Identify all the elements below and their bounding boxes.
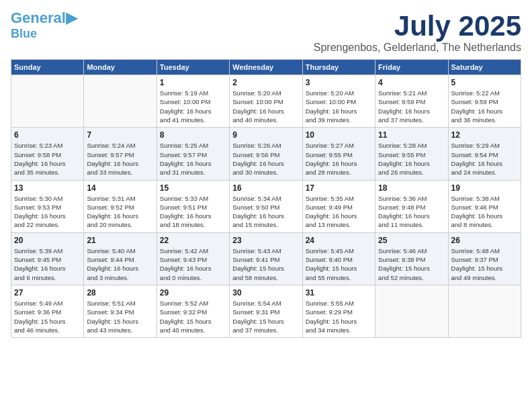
day-detail: Sunrise: 5:19 AM Sunset: 10:00 PM Daylig… [160,89,226,124]
day-number: 20 [14,236,81,245]
calendar-cell: 30Sunrise: 5:54 AM Sunset: 9:31 PM Dayli… [230,285,302,337]
calendar-table: SundayMondayTuesdayWednesdayThursdayFrid… [11,59,521,338]
day-number: 10 [306,130,372,140]
calendar-cell: 8Sunrise: 5:25 AM Sunset: 9:57 PM Daylig… [157,128,229,180]
column-header-tuesday: Tuesday [157,60,229,75]
day-detail: Sunrise: 5:51 AM Sunset: 9:34 PM Dayligh… [87,299,153,334]
day-number: 9 [232,130,299,140]
calendar-cell: 10Sunrise: 5:27 AM Sunset: 9:55 PM Dayli… [302,128,375,180]
calendar-week-row: 20Sunrise: 5:39 AM Sunset: 9:45 PM Dayli… [11,232,521,285]
calendar-cell [375,285,448,337]
calendar-cell: 17Sunrise: 5:35 AM Sunset: 9:49 PM Dayli… [302,180,375,232]
day-detail: Sunrise: 5:48 AM Sunset: 9:37 PM Dayligh… [451,246,518,282]
location-title: Sprengenbos, Gelderland, The Netherlands [314,42,521,54]
calendar-cell: 31Sunrise: 5:55 AM Sunset: 9:29 PM Dayli… [302,285,375,337]
column-header-monday: Monday [84,60,157,75]
day-detail: Sunrise: 5:42 AM Sunset: 9:43 PM Dayligh… [160,246,226,282]
calendar-cell: 13Sunrise: 5:30 AM Sunset: 9:53 PM Dayli… [11,180,84,232]
day-detail: Sunrise: 5:43 AM Sunset: 9:41 PM Dayligh… [232,246,299,282]
calendar-cell: 16Sunrise: 5:34 AM Sunset: 9:50 PM Dayli… [230,180,302,232]
page-header: General▶ Blue July 2025 Sprengenbos, Gel… [11,11,521,54]
month-title: July 2025 [314,11,521,42]
calendar-cell: 27Sunrise: 5:49 AM Sunset: 9:36 PM Dayli… [11,285,84,337]
calendar-cell: 21Sunrise: 5:40 AM Sunset: 9:44 PM Dayli… [84,232,157,285]
day-detail: Sunrise: 5:38 AM Sunset: 9:46 PM Dayligh… [451,194,518,230]
day-detail: Sunrise: 5:55 AM Sunset: 9:29 PM Dayligh… [306,299,372,334]
day-number: 3 [306,78,372,87]
day-detail: Sunrise: 5:31 AM Sunset: 9:52 PM Dayligh… [87,194,153,230]
calendar-week-row: 1Sunrise: 5:19 AM Sunset: 10:00 PM Dayli… [11,75,521,128]
day-number: 25 [378,236,445,245]
day-number: 15 [160,183,226,193]
calendar-cell: 7Sunrise: 5:24 AM Sunset: 9:57 PM Daylig… [84,128,157,180]
day-detail: Sunrise: 5:36 AM Sunset: 9:48 PM Dayligh… [378,194,445,230]
calendar-cell: 26Sunrise: 5:48 AM Sunset: 9:37 PM Dayli… [448,232,521,285]
calendar-cell: 3Sunrise: 5:20 AM Sunset: 10:00 PM Dayli… [302,75,375,128]
day-number: 22 [160,236,226,245]
day-number: 4 [378,78,445,87]
day-detail: Sunrise: 5:20 AM Sunset: 10:00 PM Daylig… [232,89,299,124]
day-detail: Sunrise: 5:49 AM Sunset: 9:36 PM Dayligh… [14,299,81,334]
day-detail: Sunrise: 5:25 AM Sunset: 9:57 PM Dayligh… [160,141,226,177]
logo-text: General▶ Blue [11,11,77,40]
day-number: 13 [14,183,81,193]
day-number: 11 [378,130,445,140]
day-detail: Sunrise: 5:33 AM Sunset: 9:51 PM Dayligh… [160,194,226,230]
day-number: 23 [232,236,299,245]
calendar-cell: 14Sunrise: 5:31 AM Sunset: 9:52 PM Dayli… [84,180,157,232]
day-number: 16 [232,183,299,193]
day-number: 19 [451,183,518,193]
day-number: 5 [451,78,518,87]
calendar-cell [11,75,84,128]
day-detail: Sunrise: 5:21 AM Sunset: 9:59 PM Dayligh… [378,89,445,124]
day-detail: Sunrise: 5:46 AM Sunset: 9:38 PM Dayligh… [378,246,445,282]
calendar-cell: 5Sunrise: 5:22 AM Sunset: 9:59 PM Daylig… [448,75,521,128]
day-detail: Sunrise: 5:23 AM Sunset: 9:58 PM Dayligh… [14,141,81,177]
calendar-cell: 15Sunrise: 5:33 AM Sunset: 9:51 PM Dayli… [157,180,229,232]
day-detail: Sunrise: 5:28 AM Sunset: 9:55 PM Dayligh… [378,141,445,177]
column-header-saturday: Saturday [448,60,521,75]
day-detail: Sunrise: 5:27 AM Sunset: 9:55 PM Dayligh… [306,141,372,177]
column-header-friday: Friday [375,60,448,75]
day-detail: Sunrise: 5:26 AM Sunset: 9:56 PM Dayligh… [232,141,299,177]
calendar-week-row: 13Sunrise: 5:30 AM Sunset: 9:53 PM Dayli… [11,180,521,232]
day-number: 21 [87,236,153,245]
day-number: 12 [451,130,518,140]
day-detail: Sunrise: 5:40 AM Sunset: 9:44 PM Dayligh… [87,246,153,282]
day-number: 2 [232,78,299,87]
calendar-cell: 24Sunrise: 5:45 AM Sunset: 9:40 PM Dayli… [302,232,375,285]
day-number: 17 [306,183,372,193]
logo-blue-icon: ▶ [66,9,77,26]
column-header-sunday: Sunday [11,60,84,75]
day-detail: Sunrise: 5:45 AM Sunset: 9:40 PM Dayligh… [306,246,372,282]
day-detail: Sunrise: 5:22 AM Sunset: 9:59 PM Dayligh… [451,89,518,124]
column-header-wednesday: Wednesday [230,60,302,75]
day-number: 28 [87,288,153,298]
calendar-cell: 4Sunrise: 5:21 AM Sunset: 9:59 PM Daylig… [375,75,448,128]
calendar-cell: 23Sunrise: 5:43 AM Sunset: 9:41 PM Dayli… [230,232,302,285]
day-number: 1 [160,78,226,87]
day-detail: Sunrise: 5:39 AM Sunset: 9:45 PM Dayligh… [14,246,81,282]
calendar-cell: 20Sunrise: 5:39 AM Sunset: 9:45 PM Dayli… [11,232,84,285]
calendar-week-row: 27Sunrise: 5:49 AM Sunset: 9:36 PM Dayli… [11,285,521,337]
calendar-week-row: 6Sunrise: 5:23 AM Sunset: 9:58 PM Daylig… [11,128,521,180]
calendar-cell: 6Sunrise: 5:23 AM Sunset: 9:58 PM Daylig… [11,128,84,180]
calendar-cell [84,75,157,128]
day-number: 18 [378,183,445,193]
day-detail: Sunrise: 5:24 AM Sunset: 9:57 PM Dayligh… [87,141,153,177]
calendar-cell: 25Sunrise: 5:46 AM Sunset: 9:38 PM Dayli… [375,232,448,285]
calendar-header-row: SundayMondayTuesdayWednesdayThursdayFrid… [11,60,521,75]
calendar-cell: 18Sunrise: 5:36 AM Sunset: 9:48 PM Dayli… [375,180,448,232]
day-number: 29 [160,288,226,298]
day-detail: Sunrise: 5:52 AM Sunset: 9:32 PM Dayligh… [160,299,226,334]
logo: General▶ Blue [11,11,77,40]
day-detail: Sunrise: 5:54 AM Sunset: 9:31 PM Dayligh… [232,299,299,334]
calendar-cell [448,285,521,337]
day-detail: Sunrise: 5:30 AM Sunset: 9:53 PM Dayligh… [14,194,81,230]
calendar-cell: 12Sunrise: 5:29 AM Sunset: 9:54 PM Dayli… [448,128,521,180]
day-detail: Sunrise: 5:34 AM Sunset: 9:50 PM Dayligh… [232,194,299,230]
calendar-cell: 22Sunrise: 5:42 AM Sunset: 9:43 PM Dayli… [157,232,229,285]
calendar-cell: 19Sunrise: 5:38 AM Sunset: 9:46 PM Dayli… [448,180,521,232]
day-number: 8 [160,130,226,140]
calendar-cell: 29Sunrise: 5:52 AM Sunset: 9:32 PM Dayli… [157,285,229,337]
